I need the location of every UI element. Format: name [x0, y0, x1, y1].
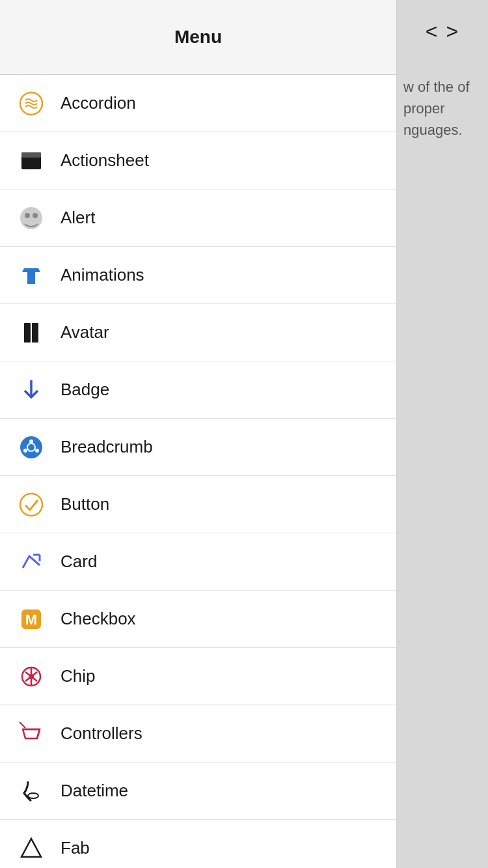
menu-item-fab[interactable]: Fab — [0, 820, 396, 868]
alert-label: Alert — [61, 208, 95, 228]
svg-point-3 — [20, 207, 42, 229]
animations-icon — [13, 257, 49, 293]
menu-item-animations[interactable]: Animations — [0, 247, 396, 304]
avatar-icon — [13, 315, 49, 350]
accordion-icon — [13, 85, 49, 121]
badge-label: Badge — [61, 380, 109, 400]
svg-point-5 — [33, 213, 38, 218]
svg-line-23 — [37, 729, 40, 738]
preview-text: w of the of proper nguages. — [397, 63, 488, 154]
menu-item-badge[interactable]: Badge — [0, 361, 396, 419]
menu-item-card[interactable]: Card — [0, 533, 396, 591]
code-button[interactable]: < > — [419, 0, 466, 63]
svg-point-14 — [20, 494, 42, 516]
svg-rect-2 — [21, 152, 41, 158]
button-label: Button — [61, 494, 109, 514]
animations-label: Animations — [61, 265, 144, 285]
avatar-label: Avatar — [61, 322, 109, 343]
accordion-label: Accordion — [61, 93, 136, 113]
svg-marker-26 — [21, 839, 41, 857]
code-icon: < > — [426, 20, 459, 44]
menu-item-checkbox[interactable]: MCheckbox — [0, 591, 396, 648]
controllers-icon — [13, 716, 49, 751]
svg-rect-6 — [24, 323, 31, 343]
svg-point-25 — [28, 793, 38, 798]
chip-label: Chip — [61, 666, 95, 686]
menu-item-avatar[interactable]: Avatar — [0, 304, 396, 361]
svg-point-13 — [27, 443, 35, 451]
checkbox-icon: M — [13, 601, 49, 637]
menu-list: AccordionActionsheetAlertAnimationsAvata… — [0, 75, 396, 868]
header: Menu — [0, 0, 396, 75]
svg-text:M: M — [25, 611, 36, 628]
actionsheet-label: Actionsheet — [61, 150, 149, 171]
fab-label: Fab — [61, 838, 90, 858]
chip-icon — [13, 658, 49, 694]
menu-item-chip[interactable]: Chip — [0, 648, 396, 705]
svg-rect-7 — [32, 323, 38, 343]
datetime-icon — [13, 773, 49, 809]
svg-point-4 — [25, 213, 30, 218]
header-title: Menu — [174, 27, 222, 48]
left-panel: Menu AccordionActionsheetAlertAnimations… — [0, 0, 397, 868]
menu-item-button[interactable]: Button — [0, 476, 396, 533]
card-label: Card — [61, 552, 97, 572]
svg-point-12 — [35, 449, 39, 453]
right-panel: < > w of the of proper nguages. — [397, 0, 488, 868]
menu-item-controllers[interactable]: Controllers — [0, 705, 396, 763]
datetime-label: Datetime — [61, 781, 128, 801]
checkbox-label: Checkbox — [61, 609, 136, 629]
svg-point-21 — [29, 674, 34, 679]
svg-line-24 — [20, 722, 25, 728]
badge-icon — [13, 372, 49, 408]
fab-icon — [13, 830, 49, 866]
controllers-label: Controllers — [61, 723, 142, 744]
menu-item-datetime[interactable]: Datetime — [0, 763, 396, 820]
breadcrumb-icon — [13, 429, 49, 465]
breadcrumb-label: Breadcrumb — [61, 437, 153, 457]
menu-item-actionsheet[interactable]: Actionsheet — [0, 132, 396, 189]
card-icon — [13, 544, 49, 580]
alert-icon — [13, 200, 49, 236]
actionsheet-icon — [13, 143, 49, 178]
menu-item-accordion[interactable]: Accordion — [0, 75, 396, 132]
menu-item-breadcrumb[interactable]: Breadcrumb — [0, 419, 396, 476]
menu-item-alert[interactable]: Alert — [0, 189, 396, 247]
svg-point-11 — [23, 449, 27, 453]
button-icon — [13, 486, 49, 522]
